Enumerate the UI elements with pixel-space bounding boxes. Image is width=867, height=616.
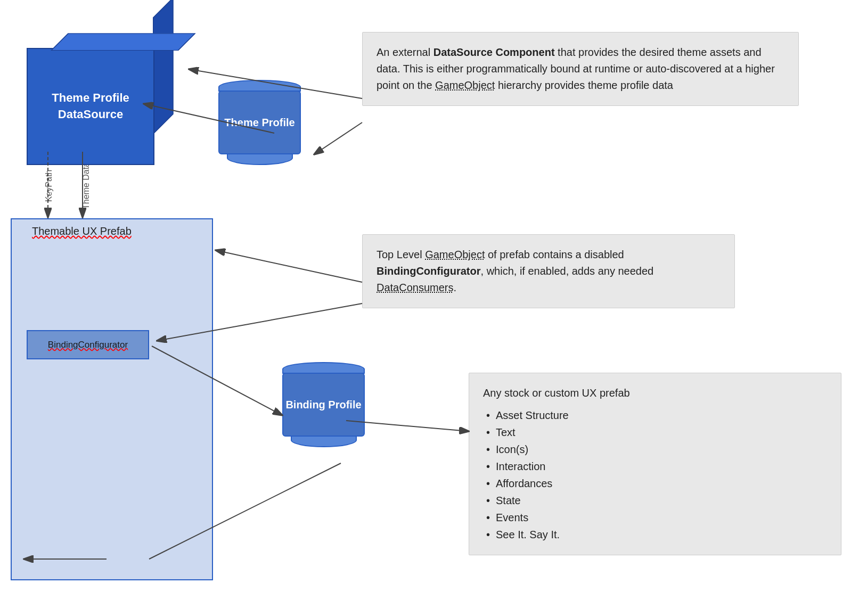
bullet-text: Text: [483, 424, 827, 441]
bullet-interaction: Interaction: [483, 458, 827, 475]
info-text-binding-configurator: Top Level GameObject of prefab contains …: [377, 247, 721, 296]
info-box-binding-configurator: Top Level GameObject of prefab contains …: [362, 234, 735, 308]
scroll-top-curl-binding: [282, 362, 365, 374]
info-text-datasource: An external DataSource Component that pr…: [377, 44, 784, 94]
cube-side-face: [153, 0, 174, 135]
theme-profile-scroll-body: Theme Profile: [218, 91, 301, 154]
keypath-label: KeyPath: [44, 170, 54, 202]
info-box-datasource: An external DataSource Component that pr…: [362, 32, 799, 106]
binding-profile-scroll-body: Binding Profile: [282, 373, 365, 437]
bullet-see-it-say-it: See It. Say It.: [483, 526, 827, 543]
diagram-container: Theme Profile DataSource Themable UX Pre…: [0, 0, 867, 616]
themedata-label: Theme Data: [81, 162, 91, 209]
cube-front-face: Theme Profile DataSource: [27, 48, 154, 165]
svg-line-7: [216, 250, 362, 282]
bullet-asset-structure: Asset Structure: [483, 407, 827, 424]
bullet-icons: Icon(s): [483, 441, 827, 458]
binding-configurator-label: BindingConfigurator: [48, 340, 128, 350]
ux-prefab-bullet-list: Asset Structure Text Icon(s) Interaction…: [483, 407, 827, 543]
binding-configurator-box: BindingConfigurator: [27, 330, 149, 359]
bullet-events: Events: [483, 509, 827, 526]
bullet-state: State: [483, 492, 827, 509]
datasource-cube-label: Theme Profile DataSource: [28, 85, 153, 128]
scroll-bottom-curl-theme: [227, 153, 293, 165]
prefab-box: [11, 218, 213, 580]
theme-profile-scroll: Theme Profile: [218, 80, 301, 165]
bullet-affordances: Affordances: [483, 475, 827, 492]
datasource-cube: Theme Profile DataSource: [27, 16, 181, 170]
prefab-label: Themable UX Prefab: [32, 224, 132, 239]
binding-profile-scroll: Binding Profile: [282, 362, 365, 447]
info-text-ux-prefab-title: Any stock or custom UX prefab: [483, 385, 827, 401]
scroll-bottom-curl-binding: [291, 436, 357, 447]
cube-top-face: [51, 34, 196, 51]
info-box-ux-prefab: Any stock or custom UX prefab Asset Stru…: [469, 373, 841, 555]
scroll-top-curl-theme: [218, 80, 301, 92]
svg-line-3: [314, 122, 362, 154]
